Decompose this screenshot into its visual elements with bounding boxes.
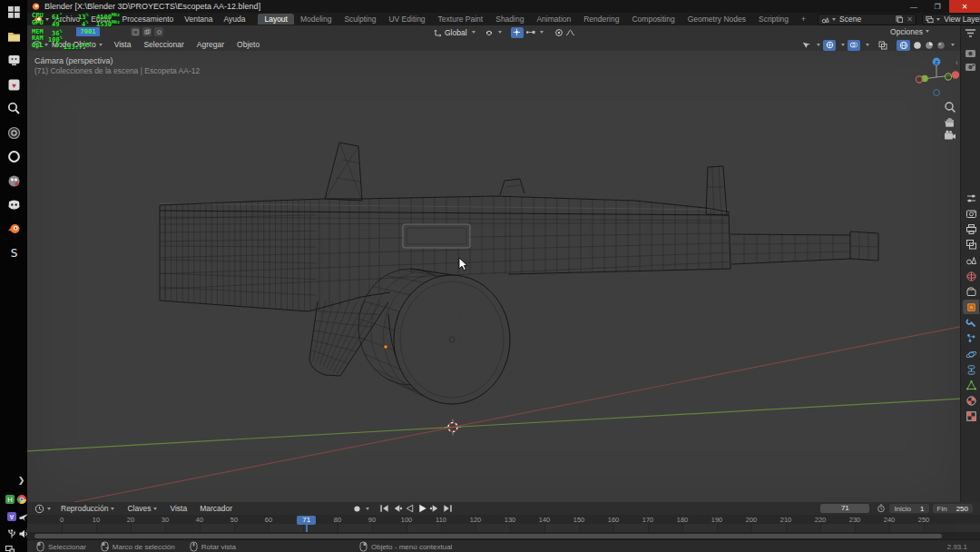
camera-view-icon[interactable] [944, 130, 956, 142]
taskbar-discord-icon[interactable] [6, 197, 22, 212]
mode-caret-icon[interactable] [99, 44, 103, 46]
gizmo-caret-icon[interactable] [841, 44, 845, 46]
timeline-menu-reproduccion[interactable]: Reproducción [54, 504, 121, 513]
properties-filter-icon[interactable] [965, 28, 976, 38]
taskbar-display-app-icon[interactable] [6, 53, 22, 68]
workspace-tab-geometry-nodes[interactable]: Geometry Nodes [681, 14, 752, 25]
shading-wireframe-icon[interactable] [897, 40, 910, 51]
properties-tab-object-data[interactable] [963, 378, 979, 392]
jump-prev-keyframe-button[interactable] [391, 504, 403, 514]
orientation-caret-icon[interactable] [472, 31, 475, 34]
options-caret-icon[interactable] [926, 30, 929, 33]
taskbar-windows-start-icon[interactable] [6, 5, 22, 20]
properties-tab-scene[interactable] [963, 253, 979, 268]
options-button[interactable]: Opciones [890, 27, 923, 36]
overlays-caret-icon[interactable] [866, 44, 869, 46]
editor-sync-icon[interactable] [131, 27, 140, 36]
properties-tab-collection[interactable] [963, 284, 979, 299]
render-slot-icon[interactable] [965, 62, 976, 72]
workspace-tab-scripting[interactable]: Scripting [752, 14, 795, 25]
snap-with-caret-icon[interactable] [540, 31, 544, 34]
taskbar-steam-icon[interactable]: S [6, 245, 22, 261]
jump-next-keyframe-button[interactable] [429, 504, 441, 514]
playhead[interactable]: 71 [297, 516, 316, 525]
menu-procesamiento[interactable]: Procesamiento [117, 15, 180, 24]
visibility-caret-icon[interactable] [817, 44, 820, 46]
current-frame-field[interactable]: 71 [820, 504, 869, 513]
properties-tab-world[interactable] [963, 269, 979, 283]
properties-tab-texture[interactable] [963, 409, 979, 424]
properties-tab-material[interactable] [963, 394, 979, 409]
scrollbar-handle[interactable] [34, 534, 942, 538]
gizmo-x-axis[interactable] [952, 71, 959, 78]
viewport-3d[interactable]: Cámara (perspectiva) (71) Colecciones de… [27, 51, 960, 502]
maximize-button[interactable]: ❐ [926, 0, 949, 13]
properties-tab-constraints[interactable] [963, 362, 979, 377]
properties-tab-object[interactable] [963, 300, 979, 314]
minimize-button[interactable]: — [902, 0, 926, 13]
gizmo-x-neg-axis[interactable] [916, 76, 922, 83]
properties-tab-render[interactable] [963, 206, 979, 221]
properties-tab-view-layer[interactable] [963, 238, 979, 252]
properties-tab-modifiers[interactable] [963, 316, 979, 330]
snap-caret-icon[interactable] [498, 31, 502, 34]
taskbar-gimp-icon[interactable] [6, 173, 22, 189]
workspace-tab-texture-paint[interactable]: Texture Paint [432, 14, 490, 25]
shading-caret-icon[interactable] [951, 44, 955, 46]
taskbar-camera-app-icon[interactable] [6, 125, 22, 141]
tray-health-icon[interactable]: H [4, 493, 15, 505]
render-result-icon[interactable] [965, 48, 976, 58]
auto-keying-icon[interactable] [353, 505, 361, 513]
scene-selector[interactable]: Scene ✕ [818, 14, 916, 25]
timeline-scrollbar[interactable] [27, 532, 980, 539]
taskbar-file-explorer-icon[interactable] [6, 29, 22, 44]
timeline-ruler[interactable]: 0102030405060708090100110120130140150160… [27, 515, 980, 524]
navigation-gizmo[interactable]: Z [911, 52, 962, 103]
workspace-tab-animation[interactable]: Animation [530, 14, 577, 25]
view-layer-selector[interactable]: View Layer ✕ [922, 14, 980, 25]
properties-tab-tool[interactable] [963, 191, 979, 205]
workspace-tab-rendering[interactable]: Rendering [577, 14, 625, 25]
proportional-editing-icon[interactable] [554, 28, 564, 37]
pan-hand-icon[interactable] [944, 115, 956, 128]
zoom-tool-icon[interactable] [944, 101, 956, 113]
play-button[interactable] [416, 504, 428, 514]
viewport-menu-objeto[interactable]: Objeto [230, 40, 266, 49]
tray-app-icon[interactable]: ∀ [5, 510, 17, 522]
taskbar-blender-icon[interactable] [6, 222, 22, 237]
new-scene-icon[interactable] [896, 15, 903, 23]
timeline-editor-icon[interactable] [34, 504, 51, 514]
shading-solid-icon[interactable] [913, 41, 922, 50]
show-gizmo-icon[interactable] [823, 40, 836, 51]
taskbar-search-icon[interactable] [6, 101, 22, 116]
workspace-tab-modeling[interactable]: Modeling [294, 14, 338, 25]
gizmo-z-neg-axis[interactable] [934, 90, 940, 96]
shading-material-icon[interactable] [925, 41, 934, 50]
viewport-menu-seleccionar[interactable]: Seleccionar [137, 40, 190, 49]
workspace-tab-shading[interactable]: Shading [489, 14, 530, 25]
snap-target-icon[interactable] [511, 27, 524, 38]
properties-tab-physics[interactable] [963, 347, 979, 361]
frame-end-field[interactable]: Fin 250 [933, 504, 973, 513]
timeline-menu-marcador[interactable]: Marcador [193, 504, 239, 513]
menu-ayuda[interactable]: Ayuda [218, 15, 250, 24]
tray-usb-icon[interactable] [5, 527, 17, 539]
jump-to-start-button[interactable] [378, 504, 390, 514]
add-workspace-button[interactable]: + [795, 14, 812, 25]
timeline-menu-vista[interactable]: Vista [163, 504, 193, 513]
tray-chrome-icon[interactable] [15, 493, 27, 505]
object-visibility-icon[interactable] [801, 41, 811, 50]
properties-tab-output[interactable] [963, 222, 979, 236]
taskbar-ring-app-icon[interactable] [6, 149, 22, 164]
frame-start-field[interactable]: Inicio 1 [889, 504, 928, 513]
properties-tab-particles[interactable] [963, 331, 979, 346]
workspace-tab-layout[interactable]: Layout [258, 14, 294, 25]
snap-with-icon[interactable] [525, 28, 535, 36]
timeline-tracks[interactable] [27, 524, 980, 532]
play-reverse-button[interactable] [404, 504, 416, 514]
region-expand-icon[interactable]: ‹ [956, 58, 958, 67]
taskbar-media-app-icon[interactable]: ♥ [6, 77, 22, 93]
gizmo-y-neg-axis[interactable] [945, 74, 951, 80]
menu-ventana[interactable]: Ventana [179, 15, 218, 24]
transform-orientation[interactable]: Global [445, 28, 467, 37]
